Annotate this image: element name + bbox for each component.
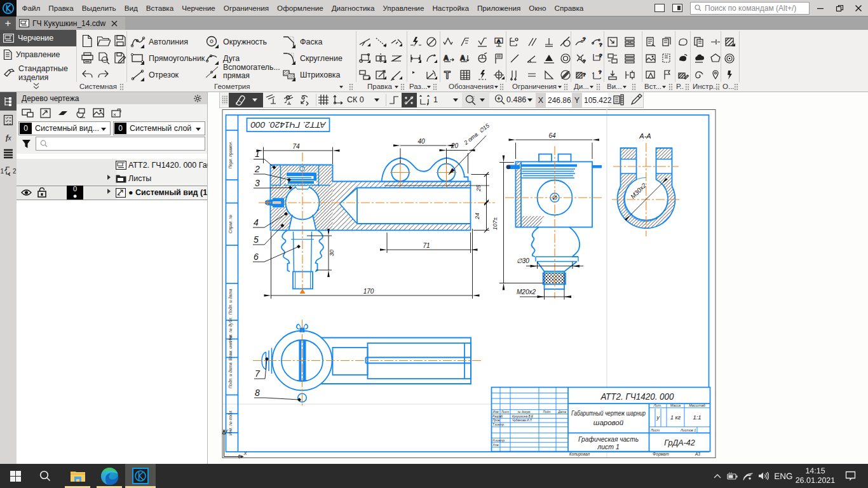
svg-text:A: A: [444, 54, 449, 62]
svg-text:?: ?: [583, 72, 586, 78]
svg-text:Пров.: Пров.: [492, 419, 501, 422]
svg-text:Изм: Изм: [493, 410, 499, 414]
svg-text:30: 30: [329, 250, 335, 256]
svg-text:шаровой: шаровой: [593, 419, 624, 426]
svg-text:ГрДА-42: ГрДА-42: [664, 438, 695, 447]
svg-text:?: ?: [583, 36, 586, 42]
svg-text:Кукушкина В.Е: Кукушкина В.Е: [512, 415, 534, 418]
svg-text:А-А: А-А: [639, 132, 651, 140]
svg-text:Формат: Формат: [653, 452, 669, 457]
svg-text:Инв. № подл.: Инв. № подл.: [228, 410, 233, 436]
svg-text:6: 6: [254, 252, 259, 262]
svg-text:?: ?: [599, 53, 602, 58]
svg-text:71: 71: [423, 242, 430, 249]
svg-text:Н.контр.: Н.контр.: [492, 439, 505, 442]
svg-text:лист 1: лист 1: [597, 443, 620, 451]
svg-text:Справ. №: Справ. №: [228, 215, 233, 234]
svg-text:3: 3: [255, 178, 260, 188]
svg-text:Т.контр.: Т.контр.: [492, 423, 505, 426]
svg-text:A: A: [497, 38, 501, 44]
svg-text:Утв.: Утв.: [492, 444, 499, 447]
svg-text:25: 25: [475, 184, 482, 192]
svg-text:Чубанова И.Л: Чубанова И.Л: [512, 419, 532, 422]
svg-text:Копировал: Копировал: [569, 452, 590, 457]
svg-text:Листов 1: Листов 1: [680, 428, 696, 432]
svg-text:Разраб.: Разраб.: [492, 415, 503, 418]
svg-text:АТТ2. ГЧ1420. 000: АТТ2. ГЧ1420. 000: [250, 120, 326, 129]
svg-text:Лист: Лист: [501, 410, 509, 414]
svg-text:64: 64: [548, 132, 556, 139]
svg-text:?: ?: [599, 42, 602, 48]
svg-text:Взам. инв. №: Взам. инв. №: [228, 335, 233, 360]
svg-text:8: 8: [255, 388, 260, 398]
svg-text:Подп.: Подп.: [543, 410, 552, 414]
svg-text:107±: 107±: [492, 217, 498, 230]
svg-text:40: 40: [417, 138, 425, 145]
svg-text:5: 5: [254, 234, 259, 245]
svg-text:А3: А3: [695, 452, 700, 456]
svg-text:?: ?: [599, 69, 602, 75]
svg-text:M20х2: M20х2: [517, 288, 536, 295]
svg-text:Масса: Масса: [670, 403, 681, 407]
svg-text:Графическая часть: Графическая часть: [578, 435, 639, 443]
svg-text:2: 2: [254, 164, 260, 174]
svg-text:1 кг: 1 кг: [670, 414, 681, 421]
svg-text:7: 7: [255, 369, 261, 379]
svg-text:Дата: Дата: [557, 410, 566, 414]
svg-text:24: 24: [474, 213, 480, 220]
svg-text:Масштаб: Масштаб: [689, 403, 706, 407]
svg-text:1: 1: [255, 149, 260, 159]
svg-text:АТТ2. ГЧ1420. 000: АТТ2. ГЧ1420. 000: [600, 391, 674, 402]
svg-text:Перв. примен.: Перв. примен.: [228, 141, 233, 168]
svg-text:№ докум.: № докум.: [517, 410, 531, 414]
svg-text:4: 4: [254, 217, 259, 227]
svg-text:Подп. и дата: Подп. и дата: [228, 288, 233, 315]
svg-text:Лит.: Лит.: [653, 403, 662, 407]
svg-text:20: 20: [451, 142, 459, 149]
svg-text:1:1: 1:1: [693, 414, 701, 421]
svg-text:у: у: [656, 414, 660, 421]
svg-text:170: 170: [363, 288, 374, 295]
svg-text:Габаритный чертеж шарнир: Габаритный чертеж шарнир: [571, 409, 646, 417]
svg-text:74: 74: [292, 143, 300, 150]
svg-text:Лист: Лист: [650, 428, 660, 432]
svg-text:X: X: [243, 451, 247, 456]
svg-text:T: T: [444, 70, 451, 81]
svg-text:∅30: ∅30: [517, 257, 529, 264]
svg-text:Подп. и дата: Подп. и дата: [228, 362, 233, 388]
svg-text:A: A: [460, 54, 465, 62]
svg-text:?: ?: [583, 58, 586, 64]
